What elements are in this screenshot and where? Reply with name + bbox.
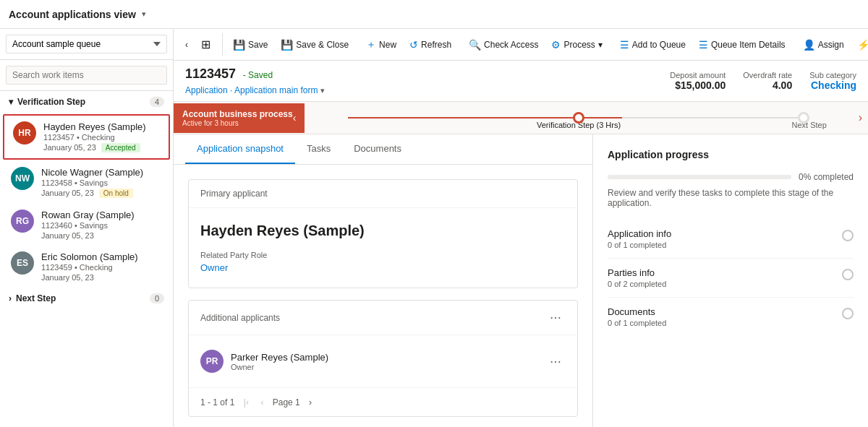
badge-nicole: On hold <box>99 189 133 198</box>
refresh-view-icon: ⊞ <box>201 38 210 51</box>
progress-bar-track <box>608 175 791 179</box>
progress-item-documents: Documents 0 of 1 completed <box>608 298 854 336</box>
section-nextstep-count: 0 <box>150 293 164 303</box>
list-item-nicole[interactable]: NW Nicole Wagner (Sample) 1123458 • Savi… <box>0 161 173 204</box>
item-date-eric: January 05, 23 <box>41 273 164 282</box>
role-value[interactable]: Owner <box>200 262 566 273</box>
chevron-right-icon: › <box>9 293 12 303</box>
primary-applicant-name: Hayden Reyes (Sample) <box>200 223 566 239</box>
applicant-row-parker: PR Parker Reyes (Sample) Owner ⋯ <box>200 344 566 379</box>
section-nextstep-label: Next Step <box>16 293 56 303</box>
progress-bar-container: 0% completed <box>608 172 854 182</box>
check-access-button[interactable]: 🔍 Check Access <box>463 35 544 55</box>
item-sub-eric: 1123459 • Checking <box>41 263 164 272</box>
progress-item-count-2: 0 of 1 completed <box>608 319 666 327</box>
app-title-dropdown[interactable]: ▾ <box>142 9 146 19</box>
item-date-rowan: January 05, 23 <box>41 231 164 240</box>
item-name-rowan: Rowan Gray (Sample) <box>41 210 164 220</box>
flow-button[interactable]: ⚡ Flow ▾ <box>851 35 868 55</box>
assign-icon: 👤 <box>803 39 815 51</box>
avatar-nicole: NW <box>11 167 34 190</box>
prev-page-button[interactable]: ‹ <box>258 395 266 409</box>
parker-role: Owner <box>231 363 328 371</box>
assign-button[interactable]: 👤 Assign <box>797 35 850 55</box>
bp-back-arrow[interactable]: ‹ <box>293 112 297 124</box>
section-nextstep: › Next Step 0 <box>0 288 173 309</box>
search-input[interactable] <box>6 66 167 85</box>
list-item-rowan[interactable]: RG Rowan Gray (Sample) 1123460 • Savings… <box>0 204 173 246</box>
additional-applicants-title: Additional applicants <box>200 313 280 323</box>
new-button[interactable]: ＋ New <box>360 34 402 56</box>
process-dropdown-arrow: ▾ <box>598 40 603 50</box>
item-sub-nicole: 1123458 • Savings <box>41 178 164 187</box>
pagination: 1 - 1 of 1 |‹ ‹ Page 1 › <box>189 387 577 416</box>
section-nextstep-header[interactable]: › Next Step 0 <box>0 288 173 309</box>
progress-radio-2[interactable] <box>842 308 854 319</box>
next-page-button[interactable]: › <box>306 395 315 409</box>
progress-item-application-info: Application info 0 of 1 completed <box>608 220 854 259</box>
progress-item-parties-info: Parties info 0 of 2 completed <box>608 259 854 298</box>
tab-tasks[interactable]: Tasks <box>295 134 342 164</box>
add-queue-icon: ☰ <box>620 39 629 51</box>
record-breadcrumb[interactable]: Application · Application main form <box>185 85 318 95</box>
bp-steps: Verification Step (3 Hrs) Next Step <box>305 102 852 134</box>
additional-applicants-more[interactable]: ⋯ <box>545 309 566 326</box>
flow-icon: ⚡ <box>857 39 868 51</box>
new-icon: ＋ <box>366 38 376 51</box>
list-item-hayden[interactable]: HR Hayden Reyes (Sample) 1123457 • Check… <box>3 114 170 160</box>
section-verification-header[interactable]: ▾ Verification Step 4 <box>0 91 173 113</box>
business-process-bar: Account business process Active for 3 ho… <box>174 102 868 134</box>
progress-radio-0[interactable] <box>842 230 854 241</box>
save-icon: 💾 <box>233 39 245 51</box>
record-saved: - Saved <box>243 70 273 80</box>
record-id: 1123457 <box>185 66 236 81</box>
add-to-queue-button[interactable]: ☰ Add to Queue <box>614 35 692 55</box>
tab-documents[interactable]: Documents <box>342 134 413 164</box>
primary-applicant-header: Primary applicant <box>189 180 577 208</box>
process-button[interactable]: ⚙ Process ▾ <box>545 35 608 55</box>
list-item-eric[interactable]: ES Eric Solomon (Sample) 1123459 • Check… <box>0 246 173 288</box>
process-icon: ⚙ <box>551 39 561 51</box>
refresh-view-button[interactable]: ⊞ <box>195 33 216 56</box>
badge-hayden: Accepted <box>101 143 140 152</box>
save-button[interactable]: 💾 Save <box>227 35 273 55</box>
bp-forward-arrow[interactable]: › <box>853 111 868 124</box>
back-button[interactable]: ‹ <box>179 35 194 54</box>
item-sub-rowan: 1123460 • Savings <box>41 221 164 230</box>
toolbar-nav: ‹ ⊞ <box>179 33 223 56</box>
app-title: Account applications view <box>9 9 136 20</box>
save-close-button[interactable]: 💾 Save & Close <box>275 35 354 55</box>
queue-select[interactable]: Account sample queue <box>6 35 167 53</box>
avatar-eric: ES <box>11 251 34 275</box>
progress-item-name-2: Documents <box>608 306 666 317</box>
progress-percent: 0% completed <box>799 172 854 182</box>
sub-category: Sub category Checking <box>809 71 856 91</box>
bp-current-step-dot[interactable] <box>573 112 584 124</box>
queue-selector[interactable]: Account sample queue <box>0 29 173 60</box>
tab-snapshot[interactable]: Application snapshot <box>185 134 295 164</box>
form-panel: Application snapshot Tasks Documents Pri… <box>174 134 593 427</box>
item-name-hayden: Hayden Reyes (Sample) <box>43 121 160 132</box>
deposit-amount: Deposit amount $15,000.00 <box>670 71 726 91</box>
refresh-button[interactable]: ↺ Refresh <box>404 35 457 55</box>
avatar-parker: PR <box>200 350 224 373</box>
tabs: Application snapshot Tasks Documents <box>174 134 592 165</box>
primary-applicant-card: Primary applicant Hayden Reyes (Sample) … <box>188 179 578 288</box>
bp-label: Account business process Active for 3 ho… <box>174 103 305 133</box>
save-close-icon: 💾 <box>281 39 293 51</box>
parker-row-more[interactable]: ⋯ <box>545 353 566 370</box>
role-label: Related Party Role <box>200 251 566 259</box>
pagination-info: 1 - 1 of 1 <box>200 397 234 407</box>
check-access-icon: 🔍 <box>469 39 481 51</box>
progress-radio-1[interactable] <box>842 269 854 280</box>
item-date-nicole: January 05, 23 On hold <box>41 189 164 198</box>
overdraft-rate: Overdraft rate 4.00 <box>743 71 792 91</box>
item-name-nicole: Nicole Wagner (Sample) <box>41 167 164 178</box>
first-page-button[interactable]: |‹ <box>240 395 252 409</box>
role-field: Related Party Role Owner <box>200 251 566 273</box>
breadcrumb-arrow[interactable]: ▾ <box>320 86 325 95</box>
item-date-hayden: January 05, 23 Accepted <box>43 143 160 152</box>
progress-panel: Application progress 0% completed Review… <box>593 134 868 427</box>
progress-item-count-1: 0 of 2 completed <box>608 280 666 288</box>
queue-item-details-button[interactable]: ☰ Queue Item Details <box>693 35 791 55</box>
